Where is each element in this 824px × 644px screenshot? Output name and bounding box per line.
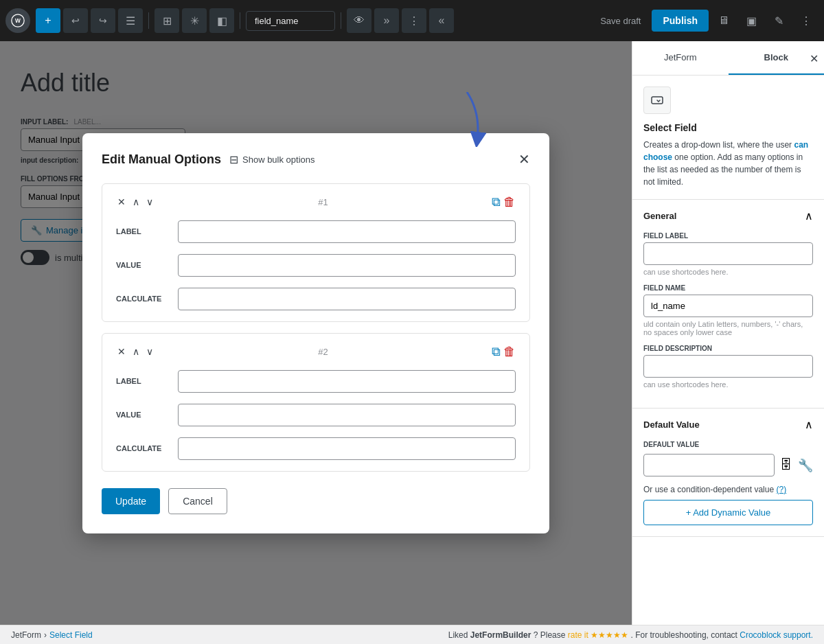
grid-icon: ⊞ (163, 14, 172, 27)
pen-icon: ✎ (775, 14, 783, 27)
layers-icon: ◧ (217, 14, 227, 27)
undo-icon: ↩ (71, 15, 80, 26)
item-2-label-input[interactable] (178, 370, 516, 393)
jetform-tab[interactable]: JetForm (632, 41, 729, 75)
item-2-label-field-label: LABEL (116, 377, 178, 385)
option-item-2: ✕ ∧ ∨ #2 ⧉ 🗑 LABEL VALUE CALCULATE (102, 333, 530, 472)
sidebar-close-button[interactable]: ✕ (810, 51, 819, 65)
condition-text: Or use a condition-dependent value (?) (643, 485, 813, 494)
modal-overlay: Edit Manual Options ⊟ Show bulk options … (0, 41, 632, 625)
redo-icon: ↪ (99, 15, 107, 26)
post-title-input[interactable] (246, 11, 335, 31)
asterisk-icon: ✳ (190, 14, 199, 27)
monitor-button[interactable]: 🖥 (711, 8, 736, 33)
item-2-value-row: VALUE (116, 404, 516, 426)
dots-menu-button[interactable]: ⋮ (402, 8, 426, 33)
item-2-calculate-input[interactable] (178, 437, 516, 460)
more-options-button[interactable]: ⋮ (794, 8, 819, 33)
arrow-annotation (439, 92, 494, 147)
status-select-field-link[interactable]: Select Field (49, 630, 93, 640)
chevron-right-button[interactable]: » (374, 8, 399, 33)
modal-header: Edit Manual Options ⊟ Show bulk options … (102, 152, 530, 167)
field-desc-label: Field Description (643, 345, 813, 352)
item-2-copy-button[interactable]: ⧉ (492, 345, 501, 359)
select-field-title: Select Field (643, 122, 813, 133)
add-block-button[interactable]: + (36, 8, 60, 33)
show-bulk-options-button[interactable]: ⊟ Show bulk options (229, 153, 315, 166)
rate-question: ? Please (534, 630, 568, 640)
general-title: General (643, 211, 676, 221)
item-1-calculate-row: CALCULATE (116, 288, 516, 310)
separator-1 (148, 12, 149, 29)
undo-button[interactable]: ↩ (63, 8, 88, 33)
pen-button[interactable]: ✎ (766, 8, 791, 33)
field-label-input[interactable] (643, 242, 813, 265)
right-sidebar: JetForm Block ✕ Select Field Creates a d… (632, 41, 824, 625)
database-icon[interactable]: 🗄 (780, 458, 792, 472)
modal-title: Edit Manual Options (102, 152, 221, 167)
status-separator: › (44, 630, 47, 640)
option-item-1-controls: ✕ ∧ ∨ (116, 195, 154, 209)
field-name-label: Field Name (643, 284, 813, 292)
modal-close-button[interactable]: ✕ (518, 152, 530, 166)
sidebar-toggle-icon: ▣ (746, 14, 757, 27)
item-2-value-input[interactable] (178, 404, 516, 426)
default-value-input[interactable] (643, 454, 775, 476)
item-1-up-button[interactable]: ∧ (131, 195, 141, 209)
item-2-label-row: LABEL (116, 370, 516, 393)
save-draft-button[interactable]: Save draft (592, 12, 649, 30)
update-button[interactable]: Update (102, 488, 160, 514)
toolbar: W + ↩ ↪ ☰ ⊞ ✳ ◧ 👁 » ⋮ « Save draft Publi… (0, 0, 824, 41)
general-section: General ∧ Field Label can use shortcodes… (632, 200, 824, 409)
grid-button[interactable]: ⊞ (154, 8, 179, 33)
item-1-down-button[interactable]: ∨ (145, 195, 154, 209)
rate-link[interactable]: rate it ★★★★★ (568, 630, 628, 640)
default-value-section: Default Value ∧ Default Value 🗄 🔧 Or use… (632, 409, 824, 537)
troubleshoot-text: . For troubleshooting, contact (631, 630, 740, 640)
item-2-down-button[interactable]: ∨ (145, 345, 154, 358)
crocoblock-link[interactable]: Crocoblock support. (740, 630, 813, 640)
general-content: Field Label can use shortcodes here. Fie… (632, 232, 824, 408)
chevron-left-icon: « (439, 14, 445, 27)
option-item-1-header: ✕ ∧ ∨ #1 ⧉ 🗑 (116, 195, 516, 209)
item-1-delete-button[interactable]: 🗑 (503, 195, 516, 209)
item-1-value-input[interactable] (178, 254, 516, 277)
layers-button[interactable]: ◧ (209, 8, 234, 33)
item-1-remove-button[interactable]: ✕ (116, 195, 127, 209)
item-1-copy-button[interactable]: ⧉ (492, 195, 501, 209)
field-desc-input[interactable] (643, 355, 813, 378)
default-value-content: Default Value 🗄 🔧 Or use a condition-dep… (632, 441, 824, 536)
item-1-label-input[interactable] (178, 220, 516, 243)
item-1-calculate-input[interactable] (178, 288, 516, 310)
list-view-button[interactable]: ☰ (118, 8, 143, 33)
field-name-sidebar-input[interactable] (643, 295, 813, 317)
item-2-delete-button[interactable]: 🗑 (503, 345, 516, 359)
item-2-calculate-field-label: CALCULATE (116, 444, 178, 452)
condition-link[interactable]: (?) (776, 485, 786, 494)
status-bar: JetForm › Select Field Liked JetFormBuil… (0, 625, 824, 644)
separator-3 (341, 12, 341, 29)
asterisk-button[interactable]: ✳ (182, 8, 207, 33)
edit-manual-options-modal: Edit Manual Options ⊟ Show bulk options … (82, 133, 549, 533)
item-2-calculate-row: CALCULATE (116, 437, 516, 460)
item-2-up-button[interactable]: ∧ (131, 345, 141, 358)
select-field-desc: Creates a drop-down list, where the user… (643, 139, 813, 188)
jetformbuilder-text: JetFormBuilder (470, 630, 531, 640)
redo-button[interactable]: ↪ (91, 8, 115, 33)
wp-logo[interactable]: W (5, 8, 30, 33)
general-header[interactable]: General ∧ (632, 200, 824, 232)
add-dynamic-value-button[interactable]: + Add Dynamic Value (643, 500, 813, 525)
chevron-up-icon-2: ∧ (805, 418, 813, 431)
chevron-left-button[interactable]: « (429, 8, 454, 33)
plus-icon: + (45, 14, 51, 27)
table-icon: ⊟ (229, 153, 238, 166)
wrench-blue-icon[interactable]: 🔧 (798, 458, 813, 473)
default-value-header[interactable]: Default Value ∧ (632, 409, 824, 441)
shortcodes-hint-1: can use shortcodes here. (643, 268, 813, 276)
publish-button[interactable]: Publish (652, 10, 709, 32)
item-1-label-row: LABEL (116, 220, 516, 243)
item-2-remove-button[interactable]: ✕ (116, 345, 127, 358)
sidebar-toggle-button[interactable]: ▣ (739, 8, 764, 33)
preview-button[interactable]: 👁 (347, 8, 371, 33)
cancel-button[interactable]: Cancel (168, 488, 227, 514)
